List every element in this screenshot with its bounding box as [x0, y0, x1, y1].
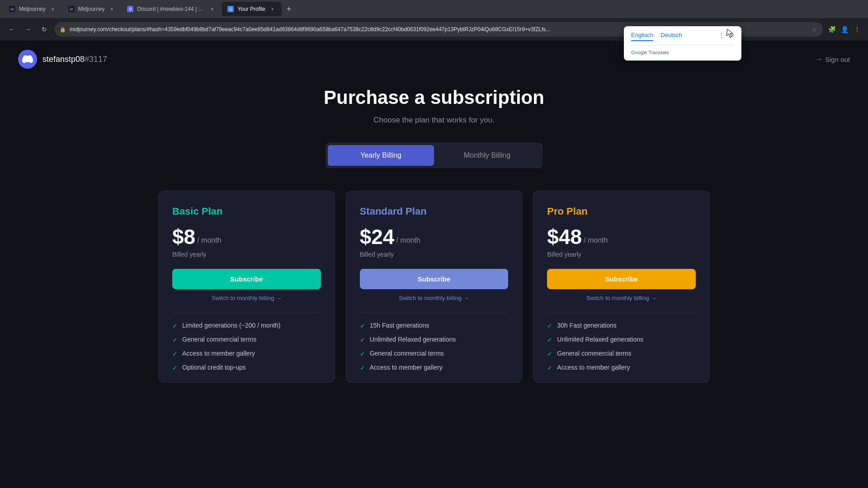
- check-icon: ✓: [172, 350, 178, 357]
- monthly-billing-button[interactable]: Monthly Billing: [434, 145, 540, 166]
- new-tab-button[interactable]: +: [283, 3, 295, 15]
- list-item: ✓ 30h Fast generations: [547, 322, 696, 329]
- check-icon: ✓: [172, 336, 178, 343]
- page-subtitle: Choose the plan that works for you.: [158, 116, 710, 125]
- standard-price-period: / month: [396, 236, 420, 247]
- tab-favicon-mj2: M: [68, 6, 75, 12]
- tab-label-mj2: Midjourney: [78, 6, 105, 12]
- list-item: ✓ Unlimited Relaxed generations: [360, 336, 509, 343]
- tab-close-mj1[interactable]: ×: [49, 5, 57, 13]
- basic-switch-billing-link[interactable]: Switch to monthly billing →: [172, 295, 321, 301]
- pro-plan-card: Pro Plan $48 / month Billed yearly Subsc…: [533, 191, 710, 383]
- pro-switch-billing-link[interactable]: Switch to monthly billing →: [547, 295, 696, 301]
- basic-feature-list: ✓ Limited generations (~200 / month) ✓ G…: [172, 322, 321, 371]
- check-icon: ✓: [360, 322, 365, 329]
- feature-text: Unlimited Relaxed generations: [370, 336, 456, 343]
- list-item: ✓ Access to member gallery: [360, 364, 509, 371]
- page-content: stefanstp08#3117 → Sign out Purchase a s…: [0, 41, 868, 488]
- reload-button[interactable]: ↻: [38, 23, 51, 36]
- check-icon: ✓: [360, 336, 365, 343]
- lock-icon: 🔒: [60, 27, 66, 33]
- sign-out-button[interactable]: → Sign out: [815, 55, 850, 63]
- extensions-button[interactable]: 🧩: [826, 24, 837, 35]
- list-item: ✓ Access to member gallery: [547, 364, 696, 371]
- yearly-billing-button[interactable]: Yearly Billing: [328, 145, 434, 166]
- translate-tab-deutsch[interactable]: Deutsch: [660, 32, 682, 41]
- feature-text: Access to member gallery: [370, 364, 443, 371]
- basic-billed-text: Billed yearly: [172, 251, 321, 258]
- tab-label-mj1: Midjourney: [19, 6, 46, 12]
- back-button[interactable]: ←: [5, 23, 18, 36]
- sign-out-arrow-icon: →: [815, 55, 822, 63]
- tab-discord[interactable]: D Discord | #newbies-144 | Midj... ×: [122, 2, 221, 16]
- feature-text: Access to member gallery: [182, 350, 255, 357]
- forward-button[interactable]: →: [22, 23, 34, 36]
- translate-popup: ⋮ × Englisch Deutsch Google Translate: [624, 26, 741, 61]
- username: stefanstp08#3117: [42, 55, 107, 64]
- basic-price-period: / month: [197, 236, 221, 247]
- star-icon: ☆: [811, 26, 817, 33]
- translate-actions: ⋮ ×: [717, 31, 737, 40]
- tab-close-discord[interactable]: ×: [208, 5, 216, 13]
- standard-divider: [360, 312, 509, 313]
- standard-price-amount: $24: [360, 226, 395, 247]
- feature-text: 30h Fast generations: [557, 322, 617, 329]
- check-icon: ✓: [172, 322, 178, 329]
- basic-plan-name: Basic Plan: [172, 206, 321, 217]
- list-item: ✓ Unlimited Relaxed generations: [547, 336, 696, 343]
- tab-mj1[interactable]: M Midjourney ×: [4, 2, 62, 16]
- tab-favicon-discord: D: [127, 6, 133, 12]
- feature-text: Access to member gallery: [557, 364, 630, 371]
- translate-more-button[interactable]: ⋮: [717, 31, 726, 40]
- list-item: ✓ Access to member gallery: [172, 350, 321, 357]
- tab-profile[interactable]: G Your Profile ×: [222, 2, 282, 16]
- basic-divider: [172, 312, 321, 313]
- plans-grid: Basic Plan $8 / month Billed yearly Subs…: [158, 191, 710, 383]
- translate-branding: Google Translate: [631, 50, 734, 55]
- feature-text: General commercial terms: [370, 350, 444, 357]
- pro-billed-text: Billed yearly: [547, 251, 696, 258]
- basic-plan-price: $8 / month: [172, 226, 321, 247]
- tab-favicon-profile: G: [227, 6, 234, 12]
- basic-price-amount: $8: [172, 226, 195, 247]
- tab-bar: M Midjourney × M Midjourney × D Discord …: [0, 0, 868, 18]
- pro-plan-name: Pro Plan: [547, 206, 696, 217]
- tab-close-mj2[interactable]: ×: [108, 5, 115, 13]
- list-item: ✓ Limited generations (~200 / month): [172, 322, 321, 329]
- standard-billed-text: Billed yearly: [360, 251, 509, 258]
- page-title: Purchase a subscription: [158, 87, 710, 108]
- feature-text: General commercial terms: [182, 336, 256, 343]
- pro-plan-price: $48 / month: [547, 226, 696, 247]
- standard-plan-price: $24 / month: [360, 226, 509, 247]
- main-content: Purchase a subscription Choose the plan …: [140, 78, 728, 414]
- standard-subscribe-button[interactable]: Subscribe: [360, 269, 509, 289]
- standard-plan-card: Standard Plan $24 / month Billed yearly …: [346, 191, 523, 383]
- check-icon: ✓: [360, 350, 365, 357]
- profile-button[interactable]: 👤: [839, 24, 850, 35]
- basic-plan-card: Basic Plan $8 / month Billed yearly Subs…: [158, 191, 335, 383]
- tab-mj2[interactable]: M Midjourney ×: [63, 2, 121, 16]
- basic-subscribe-button[interactable]: Subscribe: [172, 269, 321, 289]
- sign-out-label: Sign out: [825, 56, 850, 63]
- user-info: stefanstp08#3117: [18, 50, 107, 69]
- billing-toggle: Yearly Billing Monthly Billing: [326, 143, 542, 168]
- check-icon: ✓: [172, 364, 178, 371]
- feature-text: General commercial terms: [557, 350, 631, 357]
- check-icon: ✓: [360, 364, 365, 371]
- translate-tab-english[interactable]: Englisch: [631, 32, 653, 41]
- standard-feature-list: ✓ 15h Fast generations ✓ Unlimited Relax…: [360, 322, 509, 371]
- browser-actions: 🧩 👤 ⋮: [826, 24, 863, 35]
- feature-text: Unlimited Relaxed generations: [557, 336, 643, 343]
- list-item: ✓ General commercial terms: [172, 336, 321, 343]
- feature-text: Optional credit top-ups: [182, 364, 246, 371]
- standard-switch-billing-link[interactable]: Switch to monthly billing →: [360, 295, 509, 301]
- menu-button[interactable]: ⋮: [852, 24, 863, 35]
- pro-subscribe-button[interactable]: Subscribe: [547, 269, 696, 289]
- feature-text: Limited generations (~200 / month): [182, 322, 281, 329]
- tab-close-profile[interactable]: ×: [269, 5, 276, 13]
- list-item: ✓ General commercial terms: [360, 350, 509, 357]
- standard-plan-name: Standard Plan: [360, 206, 509, 217]
- discord-avatar: [18, 50, 37, 69]
- pro-feature-list: ✓ 30h Fast generations ✓ Unlimited Relax…: [547, 322, 696, 371]
- translate-close-button[interactable]: ×: [728, 31, 737, 40]
